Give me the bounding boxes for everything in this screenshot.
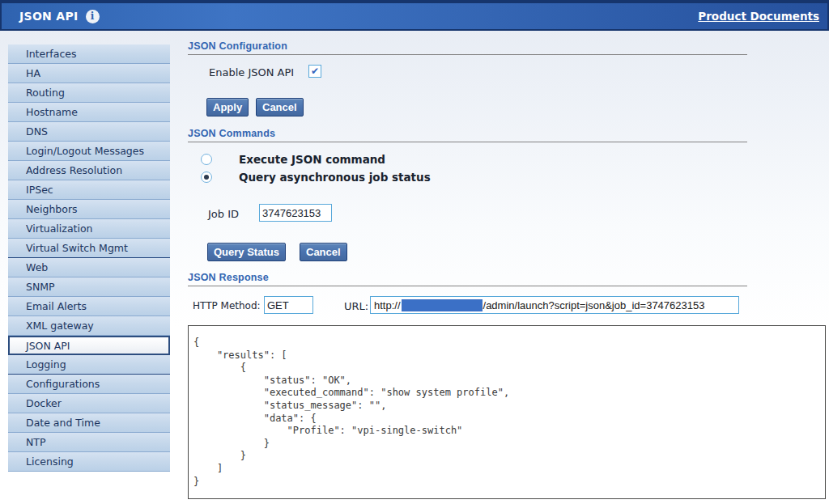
url-prefix: http://	[374, 299, 401, 311]
sidebar-item-email-alerts[interactable]: Email Alerts	[8, 297, 170, 316]
sidebar-item-neighbors[interactable]: Neighbors	[8, 200, 170, 219]
job-id-input[interactable]	[259, 204, 332, 222]
enable-json-api-label: Enable JSON API	[209, 66, 294, 78]
sidebar-item-configurations[interactable]: Configurations	[8, 375, 170, 394]
apply-button[interactable]: Apply	[206, 98, 249, 116]
url-label: URL:	[344, 300, 368, 312]
enable-json-api-checkbox[interactable]	[308, 65, 321, 78]
execute-json-command-label: Execute JSON command	[239, 153, 385, 166]
info-icon[interactable]: i	[86, 10, 100, 23]
sidebar-item-routing[interactable]: Routing	[8, 83, 170, 103]
page-title: JSON API	[19, 10, 79, 23]
sidebar-item-snmp[interactable]: SNMP	[8, 277, 170, 297]
header-inner: JSON API i Product Documents	[2, 3, 827, 29]
sidebar-item-virtual-switch-mgmt[interactable]: Virtual Switch Mgmt	[8, 239, 170, 258]
sidebar-item-xml-gateway[interactable]: XML gateway	[8, 316, 170, 336]
job-id-label: Job ID	[208, 208, 239, 220]
sidebar-item-json-api[interactable]: JSON API	[8, 336, 170, 355]
product-documents-link[interactable]: Product Documents	[698, 10, 819, 23]
section-json-response: JSON Response	[188, 272, 747, 286]
url-input[interactable]: http:// /admin/launch?script=json&job_id…	[370, 296, 739, 314]
json-response-text: { "results": [ { "status": "OK", "execut…	[189, 326, 825, 488]
query-job-status-radio[interactable]	[201, 172, 212, 183]
cancel-query-button[interactable]: Cancel	[300, 243, 347, 261]
sidebar-item-virtualization[interactable]: Virtualization	[8, 219, 170, 239]
sidebar-item-logging[interactable]: Logging	[8, 355, 170, 375]
sidebar-item-licensing[interactable]: Licensing	[8, 452, 170, 472]
query-job-status-label: Query asynchronous job status	[239, 171, 431, 184]
sidebar-item-web[interactable]: Web	[8, 258, 170, 277]
url-redaction-block	[402, 299, 483, 311]
header-bar: JSON API i Product Documents	[0, 0, 829, 31]
sidebar-item-dns[interactable]: DNS	[8, 122, 170, 142]
url-suffix: /admin/launch?script=json&job_id=3747623…	[483, 299, 705, 311]
sidebar-item-ha[interactable]: HA	[8, 64, 170, 83]
section-json-configuration: JSON Configuration	[188, 40, 747, 55]
sidebar-item-ipsec[interactable]: IPSec	[8, 180, 170, 200]
sidebar-item-interfaces[interactable]: Interfaces	[8, 44, 170, 64]
sidebar-item-ntp[interactable]: NTP	[8, 433, 170, 452]
sidebar-item-docker[interactable]: Docker	[8, 394, 170, 413]
sidebar-item-login-logout-messages[interactable]: Login/Logout Messages	[8, 142, 170, 161]
json-response-box: { "results": [ { "status": "OK", "execut…	[188, 325, 826, 499]
execute-json-command-radio[interactable]	[201, 154, 212, 165]
section-json-commands: JSON Commands	[188, 128, 747, 142]
sidebar-item-date-and-time[interactable]: Date and Time	[8, 413, 170, 433]
sidebar: InterfacesHARoutingHostnameDNSLogin/Logo…	[8, 44, 170, 472]
http-method-label: HTTP Method:	[193, 300, 261, 311]
cancel-button[interactable]: Cancel	[256, 98, 304, 116]
query-status-button[interactable]: Query Status	[207, 243, 286, 261]
sidebar-item-address-resolution[interactable]: Address Resolution	[8, 161, 170, 180]
http-method-input[interactable]	[264, 296, 313, 314]
sidebar-item-hostname[interactable]: Hostname	[8, 103, 170, 122]
